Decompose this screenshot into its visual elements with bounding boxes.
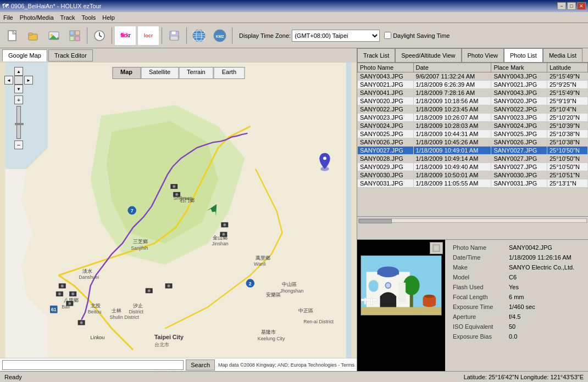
menu-track[interactable]: Track [57,13,79,22]
col-date[interactable]: Date [413,63,491,72]
zoom-in-button[interactable]: + [14,96,23,104]
svg-text:2: 2 [249,281,252,286]
table-cell: 1/18/2009 10:28:03 AM [413,122,491,130]
table-row[interactable]: SANY0029.JPG1/18/2009 10:49:40 AMSANY002… [358,163,588,171]
table-row[interactable]: SANY0025.JPG1/18/2009 10:44:31 AMSANY002… [358,130,588,138]
meta-label-flash: Flash Used [451,283,506,291]
camera-icon-6 [145,288,153,294]
toolbar-separator-4 [186,27,187,44]
timezone-select[interactable]: (GMT+08:00) Taipei [292,30,380,42]
svg-text:Sanjihih: Sanjihih [131,245,148,251]
svg-text:中山區: 中山區 [282,282,297,287]
svg-rect-16 [170,36,178,40]
table-cell: SANY0022.JPG [491,105,547,114]
svg-rect-8 [75,31,80,35]
status-coordinates: Latitude: 25°16'42"N Longitude: 121°43'5… [464,374,584,380]
map-panel: Google Map Track Editor [0,48,357,371]
table-cell: 25°10'50"N [547,155,587,163]
maximize-button[interactable]: □ [567,2,576,10]
table-cell: SANY0025.JPG [491,130,547,138]
map-view-map[interactable]: Map [112,67,141,79]
meta-value-exposure: 1/460 sec [507,302,583,311]
photo-expand-button[interactable] [430,242,443,254]
table-cell: SANY0023.JPG [491,114,547,122]
tab-photo-list[interactable]: Photo List [504,48,543,62]
locr-button[interactable]: locr [137,26,159,46]
table-row[interactable]: SANY0041.JPG1/18/2009 7:28:16 AMSANY0043… [358,89,588,97]
clock-button[interactable] [90,26,109,46]
table-row[interactable]: SANY0020.JPG1/18/2009 10:18:56 AMSANY002… [358,97,588,105]
table-row[interactable]: SANY0027.JPG1/18/2009 10:49:01 AMSANY002… [358,147,588,155]
dst-checkbox[interactable] [384,32,391,39]
table-cell: SANY0030.JPG [358,171,414,179]
zoom-handle[interactable] [15,123,24,125]
nav-center-button[interactable] [14,76,23,85]
nav-down-button[interactable]: ▼ [14,85,23,93]
close-button[interactable]: ✕ [577,2,586,10]
svg-point-41 [72,293,74,295]
meta-value-model: C6 [507,273,583,282]
h-scroll-track[interactable] [358,218,587,223]
dst-checkbox-area[interactable]: Daylight Saving Time [384,32,450,39]
zoom-slider[interactable] [16,106,21,139]
new-button[interactable] [2,26,22,46]
tab-track-editor[interactable]: Track Editor [48,49,93,61]
photo-detail: Photo Name SANY0042.JPG Date/Time 1/18/2… [357,239,588,371]
map-view-satellite[interactable]: Satellite [141,67,179,79]
nav-up-button[interactable]: ▲ [14,67,23,76]
nav-right-button[interactable]: ► [24,76,33,85]
table-row[interactable]: SANY0031.JPG1/18/2009 11:05:55 AMSANY003… [358,179,588,188]
tab-speed-altitude[interactable]: Speed/Altitude View [395,48,461,62]
zoom-out-button[interactable]: − [14,141,23,149]
map-view-earth[interactable]: Earth [214,67,245,79]
zoom-controls: + − [4,96,33,149]
table-row[interactable]: SANY0022.JPG1/18/2009 10:23:45 AMSANY002… [358,105,588,114]
svg-rect-3 [29,33,32,35]
search-button[interactable]: Search [186,359,215,370]
photos-button[interactable] [44,26,64,46]
h-scroll-thumb[interactable] [359,219,392,223]
table-row[interactable]: SANY0023.JPG1/18/2009 10:26:07 AMSANY002… [358,114,588,122]
menu-photo-media[interactable]: Photo/Media [16,13,57,22]
menu-help[interactable]: Help [99,13,118,22]
open-button[interactable] [23,26,43,46]
flickr-button[interactable]: flickr [114,26,136,46]
app-title: 0906_BeiHaiAn* - HOLUX ezTour [11,3,101,9]
svg-rect-110 [378,272,399,274]
col-photo-name[interactable]: Photo Name [358,63,414,72]
title-bar-controls[interactable]: − □ ✕ [557,2,586,10]
map-container[interactable]: 石門鄉 Shihmen 金山鄉 Jinshan 三芝鄉 Sanjihih 淡水 … [0,63,357,371]
table-row[interactable]: SANY0030.JPG1/18/2009 10:50:01 AMSANY003… [358,171,588,179]
minimize-button[interactable]: − [557,2,566,10]
table-cell: 25°10'51"N [547,171,587,179]
table-row[interactable]: SANY0021.JPG1/18/2009 6:26:39 AMSANY0021… [358,81,588,89]
meta-value-make: SANYO Electric Co.,Ltd. [507,263,583,272]
photo-table-wrapper[interactable]: Photo Name Date Place Mark Latitude SANY… [357,63,588,216]
table-row[interactable]: SANY0028.JPG1/18/2009 10:49:14 AMSANY002… [358,155,588,163]
table-row[interactable]: SANY0024.JPG1/18/2009 10:28:03 AMSANY002… [358,122,588,130]
table-cell: SANY0027.JPG [491,155,547,163]
map-view-terrain[interactable]: Terrain [179,67,214,79]
menu-tools[interactable]: Tools [79,13,99,22]
tab-photo-view[interactable]: Photo View [462,48,504,62]
table-row[interactable]: SANY0043.JPG9/6/2007 11:32:24 AMSANY0043… [358,72,588,81]
toolbar-separator-2 [112,27,112,44]
svg-point-53 [224,224,226,226]
svg-text:61: 61 [51,307,57,312]
tab-media-list[interactable]: Media List [543,48,583,62]
tab-track-list[interactable]: Track List [357,48,395,62]
save-button[interactable] [164,26,184,46]
globe-button[interactable] [189,26,209,46]
table-row[interactable]: SANY0026.JPG1/18/2009 10:45:26 AMSANY002… [358,138,588,147]
search-input[interactable] [2,360,184,370]
nav-left-button[interactable]: ◄ [4,76,13,85]
menu-file[interactable]: File [0,13,16,22]
col-place-mark[interactable]: Place Mark [491,63,547,72]
toolbar: flickr locr KMZ Display Time Zone: (GMT+… [0,23,588,48]
kmz-button[interactable]: KMZ [210,26,230,46]
tab-google-map[interactable]: Google Map [2,49,47,61]
table-cell: 25°10'50"N [547,147,587,155]
photo-thumb-button[interactable] [65,26,85,46]
col-latitude[interactable]: Latitude [547,63,587,72]
h-scrollbar[interactable] [357,216,588,224]
